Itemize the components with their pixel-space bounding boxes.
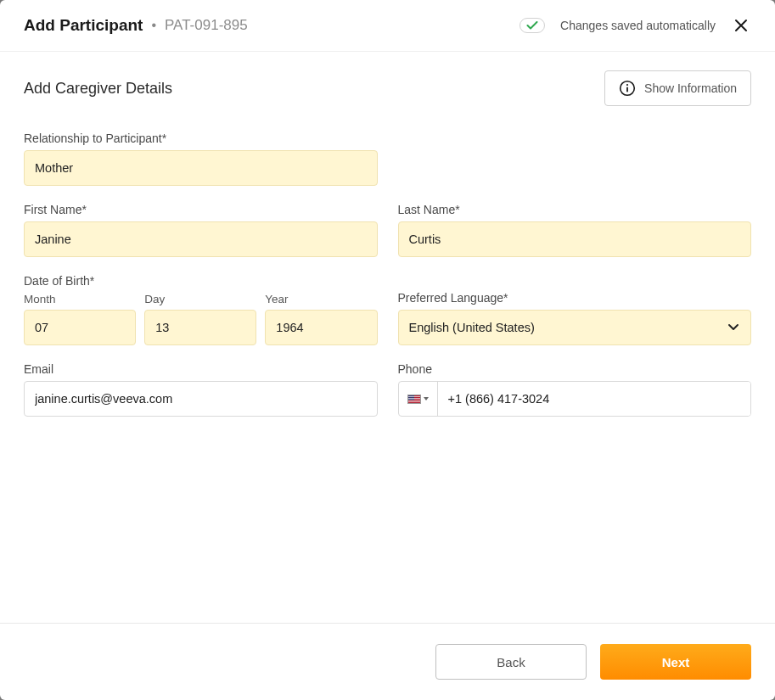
spacer (398, 132, 752, 186)
dob-year-input[interactable] (265, 310, 377, 345)
first-name-label: First Name* (24, 203, 378, 216)
close-icon (734, 19, 748, 32)
svg-rect-2 (626, 87, 628, 92)
last-name-group: Last Name* (398, 203, 752, 257)
dob-label: Date of Birth* (24, 274, 378, 288)
back-button-label: Back (497, 655, 525, 669)
dob-day-label: Day (144, 293, 256, 305)
first-name-input[interactable] (24, 221, 378, 257)
preferred-language-select-wrap (398, 310, 752, 345)
close-button[interactable] (731, 15, 751, 36)
email-label: Email (24, 362, 378, 376)
dob-year-col: Year (265, 293, 377, 345)
relationship-group: Relationship to Participant* (24, 132, 378, 186)
caret-down-icon (424, 397, 429, 400)
section-header: Add Caregiver Details Show Information (24, 70, 751, 106)
dialog-window: Add Participant • PAT-091-895 Changes sa… (0, 0, 775, 700)
next-button[interactable]: Next (600, 644, 751, 680)
dialog-header: Add Participant • PAT-091-895 Changes sa… (0, 0, 775, 52)
last-name-label: Last Name* (398, 203, 752, 216)
header-left: Add Participant • PAT-091-895 (24, 16, 248, 35)
phone-country-selector[interactable] (399, 382, 438, 416)
preferred-language-group: Preferred Language* (398, 274, 752, 345)
dialog-title: Add Participant (24, 16, 143, 35)
us-flag-icon (407, 395, 421, 404)
first-name-group: First Name* (24, 203, 378, 257)
show-information-button[interactable]: Show Information (604, 70, 751, 106)
phone-group: Phone (398, 362, 752, 417)
back-button[interactable]: Back (435, 644, 587, 680)
dialog-footer: Back Next (0, 623, 775, 700)
dob-month-input[interactable] (24, 310, 136, 345)
dob-month-col: Month (24, 293, 136, 345)
show-information-label: Show Information (644, 81, 737, 95)
header-right: Changes saved automatically (519, 15, 751, 36)
autosave-status: Changes saved automatically (560, 19, 716, 32)
dob-row: Month Day Year (24, 293, 378, 345)
relationship-label: Relationship to Participant* (24, 132, 378, 145)
dob-year-label: Year (265, 293, 377, 305)
preferred-language-select[interactable] (398, 310, 752, 345)
dialog-body: Add Caregiver Details Show Information R… (0, 52, 775, 623)
preferred-language-label: Preferred Language* (398, 291, 752, 305)
dob-month-label: Month (24, 293, 136, 305)
section-title: Add Caregiver Details (24, 80, 172, 98)
participant-id: PAT-091-895 (165, 17, 248, 34)
phone-label: Phone (398, 362, 752, 376)
next-button-label: Next (662, 655, 690, 669)
email-input[interactable] (24, 381, 378, 417)
svg-point-1 (626, 84, 628, 86)
info-icon (619, 80, 636, 97)
relationship-input[interactable] (24, 150, 378, 186)
last-name-input[interactable] (398, 221, 752, 257)
email-group: Email (24, 362, 378, 417)
phone-input-wrap (398, 381, 752, 417)
dob-day-col: Day (144, 293, 256, 345)
autosave-check-icon (519, 18, 545, 33)
dob-group: Date of Birth* Month Day Year (24, 274, 378, 345)
separator-dot: • (151, 18, 156, 33)
dob-day-input[interactable] (144, 310, 256, 345)
caregiver-form: Relationship to Participant* First Name*… (24, 132, 751, 417)
phone-number-input[interactable] (438, 382, 751, 416)
